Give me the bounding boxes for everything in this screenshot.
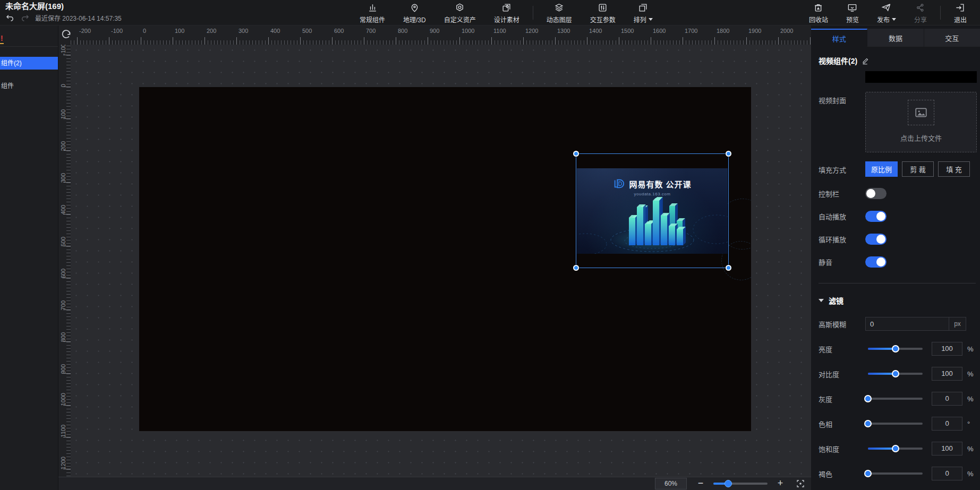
filter-control: px [865, 317, 977, 331]
zoom-out-button[interactable]: − [695, 477, 706, 490]
resize-handle-se[interactable] [726, 265, 731, 271]
ruler-h-label: 300 [238, 28, 248, 34]
toggle-控制栏[interactable] [865, 188, 887, 199]
slider-knob[interactable] [892, 345, 899, 353]
filter-value-input[interactable]: 0 [932, 467, 962, 480]
filter-row-饱和度: 饱和度100% [819, 442, 977, 455]
tab-数据[interactable]: 数据 [867, 29, 924, 47]
plane-icon [881, 2, 891, 14]
toggle-rows: 控制栏自动播放循环播放静音 [819, 187, 977, 268]
toggle-静音[interactable] [865, 256, 887, 268]
action-exit[interactable]: 退出 [945, 0, 976, 25]
bottom-bar: 60% − + [58, 477, 811, 490]
edit-name-icon[interactable] [862, 57, 870, 65]
undo-icon[interactable] [5, 14, 15, 22]
tab-样式[interactable]: 样式 [811, 29, 867, 47]
slider-knob[interactable] [864, 470, 872, 477]
upload-dropzone[interactable]: 点击上传文件 [865, 92, 977, 152]
toolbar-right: 回收站预览发布分享退出 [800, 0, 976, 25]
filter-label: 饱和度 [819, 444, 865, 454]
zoom-in-button[interactable]: + [774, 477, 786, 490]
slider-knob[interactable] [892, 445, 899, 452]
tool-design-material[interactable]: 设计素材 [485, 0, 529, 25]
filter-slider[interactable] [868, 448, 923, 450]
zoom-slider[interactable] [713, 483, 768, 485]
action-recycle-bin[interactable]: 回收站 [800, 0, 837, 25]
fit-to-screen-icon[interactable] [794, 478, 807, 489]
upload-text: 点击上传文件 [866, 133, 976, 143]
filter-rows: 高斯模糊px亮度100%对比度100%灰度0%色相0°饱和度100%褐色0% [819, 317, 977, 480]
filter-value-input[interactable]: 100 [932, 342, 962, 356]
ruler-v-label: 1100 [60, 425, 66, 437]
action-publish[interactable]: 发布 [868, 0, 905, 25]
filter-slider[interactable] [868, 398, 923, 400]
filter-control: 100% [865, 442, 977, 455]
tool-arrange[interactable]: 排列 [625, 0, 662, 25]
selected-video-component[interactable]: 网易有数 公开课 youdata.163.com [576, 153, 729, 268]
ruler-h-label: 1300 [557, 28, 570, 34]
filter-label: 亮度 [819, 344, 865, 354]
ruler-v-label: 700 [60, 300, 66, 310]
filter-value-input[interactable]: 100 [932, 442, 962, 455]
tool-dynamic-layers[interactable]: 动态图层 [538, 0, 581, 25]
filter-slider[interactable] [868, 472, 923, 475]
tool-arrange-label: 排列 [634, 15, 653, 24]
filter-value-input[interactable]: 0 [932, 417, 962, 431]
title-block: 未命名大屏(169) 最近保存 2023-06-14 14:57:35 [5, 1, 122, 22]
zoom-percent-input[interactable]: 60% [655, 478, 687, 489]
blur-value-input[interactable] [866, 317, 949, 330]
slider-knob[interactable] [864, 395, 872, 402]
toggle-label: 静音 [819, 257, 865, 267]
action-share[interactable]: 分享 [905, 0, 936, 25]
resize-handle-sw[interactable] [573, 265, 579, 271]
zoom-slider-knob[interactable] [725, 480, 732, 487]
ruler-h-label: 700 [366, 28, 376, 34]
map-pin-icon [410, 2, 420, 14]
canvas-area[interactable]: 网易有数 公开课 youdata.163.com [58, 25, 811, 490]
chevron-down-icon [892, 18, 896, 21]
toolbar-divider [940, 6, 941, 20]
redo-icon[interactable] [20, 14, 30, 22]
3d-bars-graphic [577, 194, 728, 254]
action-preview[interactable]: 预览 [837, 0, 868, 25]
toggle-循环播放[interactable] [865, 234, 887, 245]
fill-option-1[interactable]: 剪 裁 [902, 161, 934, 177]
filter-section-header[interactable]: 滤镜 [819, 295, 977, 306]
filter-row-色相: 色相0° [819, 417, 977, 431]
tool-geo-3d[interactable]: 地理/3D [394, 0, 435, 25]
alert-underline [0, 43, 4, 44]
tab-交互[interactable]: 交互 [924, 29, 980, 47]
filter-value-input[interactable]: 0 [932, 392, 962, 406]
sliders-icon [598, 2, 608, 14]
tool-basic-components-label: 常规组件 [360, 15, 385, 24]
fill-option-2[interactable]: 填 充 [938, 161, 970, 177]
filter-slider[interactable] [868, 373, 923, 375]
chevron-down-icon [819, 299, 824, 302]
slider-knob[interactable] [864, 420, 872, 427]
tool-basic-components[interactable]: 常规组件 [351, 0, 394, 25]
tool-interaction-params[interactable]: 交互参数 [581, 0, 625, 25]
filter-slider[interactable] [868, 423, 923, 425]
resize-handle-ne[interactable] [726, 151, 731, 157]
resize-handle-nw[interactable] [573, 151, 579, 157]
properties-panel: 样式数据交互 视频组件(2) 视频封面 [811, 25, 980, 490]
filter-slider[interactable] [868, 348, 923, 350]
sidebar-item-0[interactable]: 组件(2) [0, 57, 58, 70]
filter-value-input[interactable]: 100 [932, 367, 962, 381]
ruler-h-label: 900 [430, 28, 439, 34]
sidebar-item-1[interactable]: 组件 [0, 80, 58, 92]
slider-knob[interactable] [892, 370, 899, 377]
tool-custom-assets[interactable]: 自定义资产 [435, 0, 485, 25]
toggle-row-1: 自动播放 [819, 210, 977, 222]
toggle-knob [866, 189, 875, 198]
fill-option-0[interactable]: 原比例 [865, 161, 898, 177]
layers-icon [554, 2, 564, 14]
filter-row-高斯模糊: 高斯模糊px [819, 317, 977, 331]
toggle-label: 控制栏 [819, 188, 865, 199]
toggle-自动播放[interactable] [865, 211, 887, 222]
refresh-canvas-icon[interactable] [60, 28, 74, 42]
toggle-label: 自动播放 [819, 211, 865, 221]
ruler-h-label: 1200 [525, 28, 538, 34]
sidebar-header: ! [0, 25, 58, 47]
filter-label: 褐色 [819, 469, 865, 479]
